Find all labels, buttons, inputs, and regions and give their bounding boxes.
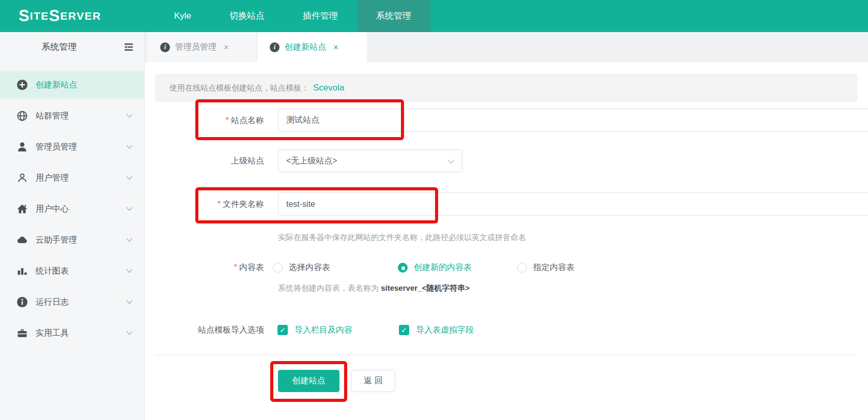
plus-circle-icon xyxy=(17,79,28,91)
sidebar-item-site-group-management[interactable]: 站群管理 xyxy=(0,102,144,129)
sidebar-item-run-log[interactable]: 运行日志 xyxy=(0,289,144,316)
chevron-down-icon xyxy=(126,238,133,242)
parent-site-label: 上级站点 xyxy=(145,149,270,172)
sidebar-item-statistics-charts[interactable]: 统计图表 xyxy=(0,258,144,284)
tab-administrator-management[interactable]: i 管理员管理 × xyxy=(148,32,257,62)
radio-checked-icon xyxy=(398,263,408,273)
radio-icon xyxy=(517,263,527,273)
checkbox-checked-icon: ✓ xyxy=(399,325,409,335)
radio-specify-content-table[interactable]: 指定内容表 xyxy=(517,259,575,276)
topbar: SITESERVER Kyle 切换站点 插件管理 系统管理 xyxy=(0,0,868,32)
content-table-row: *内容表 选择内容表 创建新的内容表 指定内容表 xyxy=(145,259,868,276)
topnav-item-system-management[interactable]: 系统管理 xyxy=(357,0,430,32)
admin-person-icon xyxy=(17,141,28,153)
info-icon: i xyxy=(160,42,170,52)
topnav-item-plugin-management[interactable]: 插件管理 xyxy=(284,0,357,32)
top-navigation: Kyle 切换站点 插件管理 系统管理 xyxy=(155,0,430,32)
template-name-link[interactable]: Scevola xyxy=(313,83,344,93)
cloud-icon xyxy=(17,234,28,246)
chevron-down-icon xyxy=(126,269,133,273)
chevron-down-icon xyxy=(126,114,133,118)
toolbox-icon xyxy=(17,327,28,339)
main-area: i 管理员管理 × i 创建新站点 × 使用在线站点模板创建站点，站点模板： S… xyxy=(145,32,868,420)
template-info-text: 使用在线站点模板创建站点，站点模板： xyxy=(169,83,309,93)
siteserver-logo: SITESERVER xyxy=(19,0,101,32)
tab-create-new-site[interactable]: i 创建新站点 × xyxy=(257,32,367,62)
checkbox-import-channels-content[interactable]: ✓ 导入栏目及内容 xyxy=(277,321,352,339)
sidebar-title: 系统管理 xyxy=(0,32,118,62)
radio-icon xyxy=(273,263,283,273)
form-divider xyxy=(155,355,858,355)
create-site-form: 使用在线站点模板创建站点，站点模板： Scevola *站点名称 上级站点 <无… xyxy=(145,62,868,420)
sidebar-item-user-management[interactable]: 用户管理 xyxy=(0,164,144,191)
sidebar: 系统管理 创建新站点 站群管理 管理员管理 xyxy=(0,32,145,420)
site-name-label: *站点名称 xyxy=(145,109,270,132)
sidebar-item-administrator-management[interactable]: 管理员管理 xyxy=(0,133,144,160)
radio-choose-content-table[interactable]: 选择内容表 xyxy=(273,259,330,276)
import-options-row: 站点模板导入选项 ✓ 导入栏目及内容 ✓ 导入表虚拟字段 xyxy=(145,321,868,339)
chevron-down-icon xyxy=(126,176,133,180)
template-info-bar: 使用在线站点模板创建站点，站点模板： Scevola xyxy=(155,74,858,102)
folder-name-help-text: 实际在服务器中保存此网站的文件夹名称，此路径必须以英文或拼音命名 xyxy=(278,233,526,243)
sidebar-item-create-new-site[interactable]: 创建新站点 xyxy=(0,71,144,98)
chevron-down-icon xyxy=(126,145,133,149)
tab-bar: i 管理员管理 × i 创建新站点 × xyxy=(145,32,868,62)
bar-chart-icon xyxy=(17,265,28,277)
folder-name-input[interactable] xyxy=(278,192,868,216)
back-button[interactable]: 返 回 xyxy=(351,370,395,392)
sidebar-item-utilities[interactable]: 实用工具 xyxy=(0,320,144,347)
chevron-down-icon xyxy=(126,207,133,211)
table-name-pattern: siteserver_<随机字符串> xyxy=(381,283,470,292)
radio-create-new-content-table[interactable]: 创建新的内容表 xyxy=(398,259,472,276)
parent-site-select[interactable]: <无上级站点> xyxy=(278,149,462,172)
checkbox-checked-icon: ✓ xyxy=(277,325,288,335)
close-icon[interactable]: × xyxy=(224,43,229,52)
globe-icon xyxy=(17,110,28,122)
sidebar-item-cloud-assistant-management[interactable]: 云助手管理 xyxy=(0,227,144,253)
chevron-down-icon xyxy=(126,300,133,304)
content-table-help-text: 系统将创建内容表，表名称为 siteserver_<随机字符串> xyxy=(278,283,470,293)
home-icon xyxy=(17,203,28,215)
checkbox-import-virtual-fields[interactable]: ✓ 导入表虚拟字段 xyxy=(399,321,474,339)
close-icon[interactable]: × xyxy=(333,43,338,52)
site-name-input[interactable] xyxy=(278,109,868,132)
user-person-icon xyxy=(17,172,28,184)
sidebar-menu: 创建新站点 站群管理 管理员管理 用户管理 xyxy=(0,62,144,351)
topnav-item-kyle[interactable]: Kyle xyxy=(155,0,210,32)
chevron-down-icon xyxy=(447,159,455,164)
import-options-label: 站点模板导入选项 xyxy=(145,321,270,339)
collapse-sidebar-icon[interactable] xyxy=(122,41,135,53)
info-circle-icon xyxy=(17,296,28,308)
topnav-item-switch-site[interactable]: 切换站点 xyxy=(210,0,284,32)
info-icon: i xyxy=(270,42,280,52)
sidebar-header: 系统管理 xyxy=(0,32,144,62)
chevron-down-icon xyxy=(126,331,133,335)
folder-name-label: *文件夹名称 xyxy=(145,192,270,216)
create-site-button[interactable]: 创建站点 xyxy=(278,370,339,392)
content-table-label: *内容表 xyxy=(145,259,270,276)
sidebar-item-user-center[interactable]: 用户中心 xyxy=(0,196,144,222)
